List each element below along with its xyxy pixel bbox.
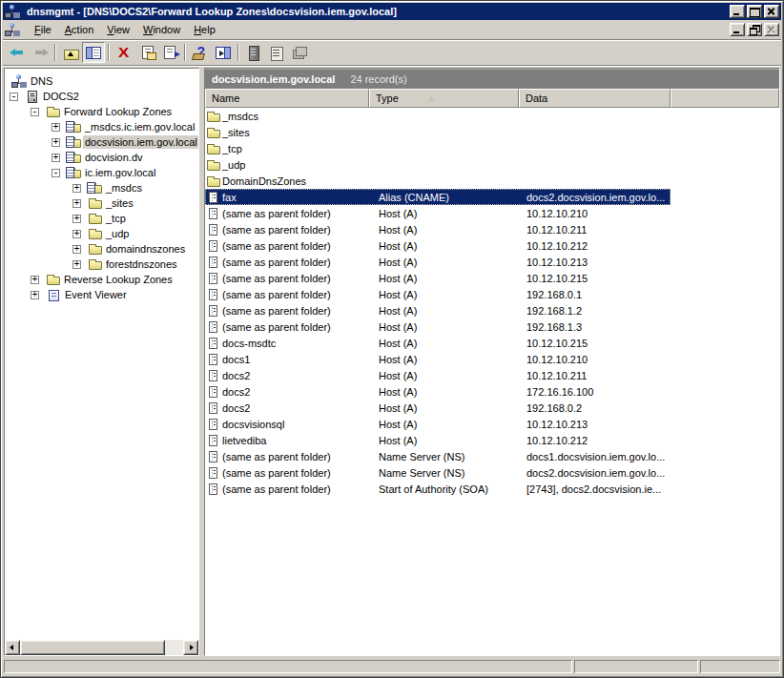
forward-button[interactable] [29,42,52,63]
table-row[interactable]: (same as parent folder) Host (A) 10.12.1… [205,221,779,237]
table-row[interactable]: (same as parent folder) Host (A) 10.12.1… [205,254,779,270]
menu-item[interactable]: Window [136,22,187,37]
record-icon [209,273,217,284]
table-row[interactable]: _sites [205,124,779,140]
expander-icon[interactable]: - [52,169,60,177]
close-button[interactable] [764,5,779,18]
table-row[interactable]: DomainDnsZones [205,173,779,189]
tree-item-ic-iem-gov-local[interactable]: - ic.iem.gov.local [5,165,198,180]
folder-icon [207,162,220,171]
tree-item-forestdnszones[interactable]: + forestdnszones [5,257,198,272]
scroll-left-button[interactable] [5,640,20,655]
export-list-button[interactable] [158,42,181,63]
table-row[interactable]: (same as parent folder) Name Server (NS)… [205,448,779,464]
toolbar-separator [235,42,242,63]
tree-item-sites[interactable]: + _sites [5,195,198,211]
tree-item-domaindnszones[interactable]: + domaindnszones [5,241,198,257]
scrollbar-track[interactable] [165,640,183,655]
table-row[interactable]: _msdcs [205,108,779,124]
status-panel-middle [574,660,698,673]
table-row[interactable]: (same as parent folder) Host (A) 192.168… [205,318,779,335]
child-restore-button[interactable] [747,23,762,36]
tree-item-msdcs-ic-iem-gov-local[interactable]: + _msdcs.ic.iem.gov.local [5,119,198,134]
table-row[interactable]: fax Alias (CNAME) docs2.docsvision.iem.g… [205,189,779,205]
minimize-button[interactable] [730,5,745,18]
column-header-type[interactable]: Type [369,89,519,108]
child-minimize-button[interactable] [730,23,745,36]
expander-icon[interactable]: - [10,92,18,101]
column-header-data[interactable]: Data [519,89,671,108]
console-tree-pane: DNS - DOCS2 - Forward Lookup Zones [4,68,199,656]
table-row[interactable]: docsvisionsql Host (A) 10.12.10.213 [205,416,779,432]
expander-icon[interactable]: + [72,245,81,254]
table-row[interactable]: _tcp [205,140,779,156]
folders-button[interactable] [288,42,311,63]
table-row[interactable]: (same as parent folder) Host (A) 192.168… [205,286,779,302]
expander-icon[interactable]: - [31,108,39,116]
properties-button[interactable] [135,42,158,63]
expander-icon[interactable]: + [72,184,81,193]
table-row[interactable]: docs2 Host (A) 172.16.16.100 [205,383,779,400]
child-close-button[interactable] [764,23,779,36]
scrollbar-thumb[interactable] [20,640,165,655]
delete-button[interactable] [113,42,135,63]
expander-icon[interactable]: + [72,215,81,223]
table-row[interactable]: lietvediba Host (A) 10.12.10.212 [205,432,779,448]
show-action-pane-button[interactable] [212,42,235,63]
tree-item-udp[interactable]: + _udp [5,226,198,241]
tree-horizontal-scrollbar[interactable] [5,640,198,655]
table-row[interactable]: (same as parent folder) Host (A) 10.12.1… [205,270,779,286]
menu-item[interactable]: Action [58,22,101,37]
title-bar[interactable]: dnsmgmt - [DNS\DOCS2\Forward Lookup Zone… [3,3,781,20]
zone-folder-icon [89,185,102,194]
tree-item-event-viewer[interactable]: + Event Viewer [5,287,198,302]
record-type: Host (A) [369,367,519,383]
record-data: 10.12.10.215 [519,335,671,351]
server-button[interactable] [242,42,265,63]
back-button[interactable] [6,42,29,63]
record-name: (same as parent folder) [222,305,331,317]
show-console-tree-button[interactable] [82,42,105,63]
help-button[interactable] [189,42,212,63]
scroll-right-button[interactable] [183,640,198,655]
table-row[interactable]: (same as parent folder) Host (A) 10.12.1… [205,205,779,221]
expander-icon[interactable]: + [72,260,81,269]
menu-item[interactable]: View [100,22,136,37]
menu-item[interactable]: File [28,22,58,37]
table-row[interactable]: docs2 Host (A) 10.12.10.211 [205,367,779,383]
table-row[interactable]: (same as parent folder) Host (A) 192.168… [205,302,779,318]
menu-item[interactable]: Help [187,22,222,37]
expander-icon[interactable]: + [72,230,81,238]
expander-icon[interactable]: + [52,123,60,132]
record-name: (same as parent folder) [222,451,331,462]
tree-item-dns[interactable]: DNS [5,73,198,89]
expander-icon[interactable]: + [52,138,60,147]
clipboard-button[interactable] [265,42,288,63]
expander-icon[interactable]: + [31,276,39,284]
record-icon [209,305,217,317]
table-row[interactable]: (same as parent folder) Name Server (NS)… [205,464,779,481]
record-name: (same as parent folder) [222,273,331,284]
table-row[interactable]: docs1 Host (A) 10.12.10.210 [205,351,779,367]
tree-item-label: _msdcs [104,181,144,195]
tree-item-reverse-lookup-zones[interactable]: + Reverse Lookup Zones [5,272,198,287]
table-row[interactable]: (same as parent folder) Start of Authori… [205,481,779,497]
up-one-level-button[interactable] [59,42,82,63]
tree-item-forward-lookup-zones[interactable]: - Forward Lookup Zones [5,104,198,119]
expander-icon[interactable]: + [52,154,60,162]
expander-icon[interactable]: + [72,199,81,208]
table-row[interactable]: _udp [205,156,779,173]
tree-item-docs2[interactable]: - DOCS2 [5,89,198,104]
maximize-button[interactable] [747,5,762,18]
table-row[interactable]: docs-msdtc Host (A) 10.12.10.215 [205,335,779,351]
tree-item-docsvision-iem-gov-local[interactable]: + docsvision.iem.gov.local [5,134,198,150]
record-icon [209,451,217,462]
tree-item-msdcs[interactable]: + _msdcs [5,180,198,195]
table-row[interactable]: docs2 Host (A) 192.168.0.2 [205,400,779,416]
tree-item-tcp[interactable]: + _tcp [5,211,198,226]
column-header-name[interactable]: Name [205,89,369,108]
expander-icon[interactable]: + [31,291,39,299]
record-name: lietvediba [222,435,266,446]
table-row[interactable]: (same as parent folder) Host (A) 10.12.1… [205,237,779,254]
tree-item-docvision-dv[interactable]: + docvision.dv [5,150,198,165]
